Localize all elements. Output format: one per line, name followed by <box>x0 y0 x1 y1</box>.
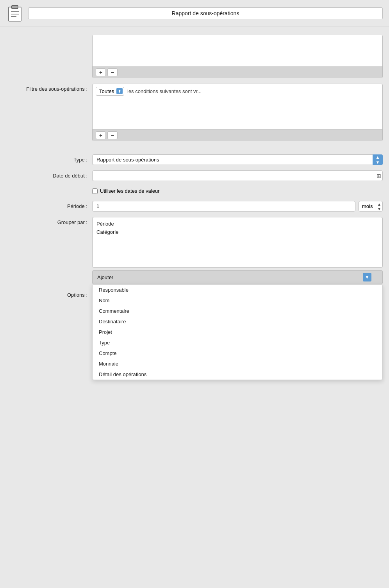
filter-remove-button[interactable]: − <box>107 131 118 139</box>
top-list-toolbar: + − <box>93 66 382 78</box>
ajouter-dropdown-menu: Responsable Nom Commentaire Destinataire… <box>92 284 383 380</box>
grouper-par-row: Grouper par : Période Catégorie Ajouter … <box>0 217 389 284</box>
utiliser-dates-row: Utiliser les dates de valeur <box>0 186 389 195</box>
dropdown-item-1[interactable]: Nom <box>93 295 382 306</box>
filter-row: Filtre des sous-opérations : Toutes ⬍ le… <box>0 84 389 141</box>
filter-add-button[interactable]: + <box>96 131 106 139</box>
app-icon <box>6 5 23 22</box>
type-label: Type : <box>6 154 92 163</box>
section-separator-1 <box>0 147 389 154</box>
periode-control: 1 mois ▲ ▼ <box>92 201 383 212</box>
top-list-area <box>93 35 382 66</box>
utiliser-dates-checkbox-label: Utiliser les dates de valeur <box>100 188 159 194</box>
dropdown-item-4[interactable]: Projet <box>93 327 382 337</box>
top-list-label <box>6 35 92 37</box>
dropdown-item-2[interactable]: Commentaire <box>93 306 382 316</box>
periode-label: Période : <box>6 201 92 209</box>
grouper-par-control: Période Catégorie Ajouter ▼ Responsable … <box>92 217 383 284</box>
filter-control: Toutes ⬍ les conditions suivantes sont v… <box>92 84 383 141</box>
filter-condition-text: les conditions suivantes sont vr... <box>127 88 202 94</box>
date-debut-input[interactable] <box>92 170 383 181</box>
top-add-button[interactable]: + <box>96 68 106 76</box>
dropdown-item-8[interactable]: Détail des opérations <box>93 369 382 380</box>
ajouter-wrapper: Ajouter ▼ Responsable Nom Commentaire De… <box>92 270 383 284</box>
mois-select[interactable]: mois <box>359 201 383 212</box>
dropdown-item-3[interactable]: Destinataire <box>93 316 382 327</box>
grouper-item-0: Période <box>96 220 378 228</box>
top-list-container: + − <box>92 35 383 78</box>
type-control: Rapport de sous-opérations ▲ ▼ <box>92 154 383 165</box>
options-label: Options : <box>6 290 92 298</box>
ajouter-label: Ajouter <box>97 274 113 280</box>
periode-input[interactable]: 1 <box>92 201 355 212</box>
svg-rect-2 <box>12 5 18 9</box>
filter-label: Filtre des sous-opérations : <box>6 84 92 92</box>
utiliser-dates-checkbox-row: Utiliser les dates de valeur <box>92 186 383 195</box>
type-select[interactable]: Rapport de sous-opérations <box>92 154 383 165</box>
dropdown-item-7[interactable]: Monnaie <box>93 359 382 369</box>
main-content: + − Filtre des sous-opérations : Toutes … <box>0 27 389 319</box>
grouper-item-1: Catégorie <box>96 228 378 236</box>
ajouter-arrow-icon: ▼ <box>363 273 371 281</box>
date-debut-wrapper: ⊞ <box>92 170 383 181</box>
grouper-par-label: Grouper par : <box>6 217 92 225</box>
filter-list-area <box>93 98 382 129</box>
utiliser-dates-checkbox[interactable] <box>92 188 98 194</box>
utiliser-dates-control: Utiliser les dates de valeur <box>92 186 383 195</box>
top-remove-button[interactable]: − <box>107 68 118 76</box>
type-row: Type : Rapport de sous-opérations ▲ ▼ <box>0 154 389 165</box>
dropdown-item-6[interactable]: Compte <box>93 348 382 359</box>
dropdown-item-5[interactable]: Type <box>93 337 382 348</box>
periode-input-wrapper: 1 mois ▲ ▼ <box>92 201 383 212</box>
mois-select-wrapper: mois ▲ ▼ <box>359 201 383 212</box>
ajouter-button[interactable]: Ajouter ▼ <box>92 270 383 284</box>
filter-select-wrapper: Toutes ⬍ <box>96 87 124 96</box>
date-debut-control: ⊞ <box>92 170 383 181</box>
date-debut-row: Date de début : ⊞ <box>0 170 389 181</box>
utiliser-dates-label-spacer <box>6 186 92 189</box>
app-header: Rapport de sous-opérations <box>0 0 389 27</box>
top-list-row: + − <box>0 35 389 78</box>
filter-list-container: Toutes ⬍ les conditions suivantes sont v… <box>92 84 383 141</box>
grouper-par-list: Période Catégorie <box>92 217 383 268</box>
filter-list-toolbar: + − <box>93 129 382 141</box>
dropdown-item-0[interactable]: Responsable <box>93 285 382 295</box>
date-debut-label: Date de début : <box>6 170 92 179</box>
type-select-wrapper: Rapport de sous-opérations ▲ ▼ <box>92 154 383 165</box>
filter-condition-row: Toutes ⬍ les conditions suivantes sont v… <box>93 84 382 98</box>
window-title: Rapport de sous-opérations <box>28 7 383 19</box>
periode-row: Période : 1 mois ▲ ▼ <box>0 201 389 212</box>
filter-select[interactable]: Toutes <box>96 87 124 96</box>
top-list-control: + − <box>92 35 383 78</box>
